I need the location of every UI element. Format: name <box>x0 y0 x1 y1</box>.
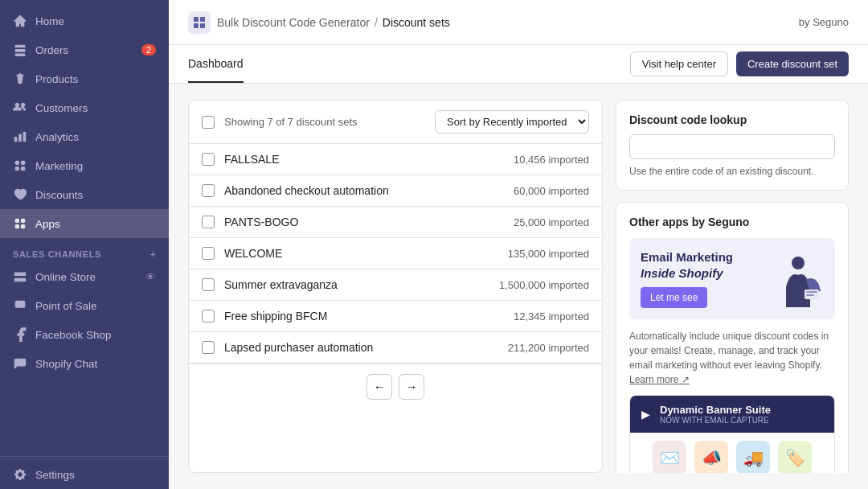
add-channel-btn[interactable]: + <box>150 250 156 259</box>
svg-rect-3 <box>194 23 199 28</box>
sidebar-item-home[interactable]: Home <box>0 6 169 35</box>
row-checkbox[interactable] <box>202 184 215 197</box>
banner-promo-header: ▶ Dynamic Banner Suite NOW WITH EMAIL CA… <box>630 396 834 433</box>
sidebar-item-apps[interactable]: Apps <box>0 209 169 238</box>
sidebar-item-customers-label: Customers <box>35 102 88 114</box>
discount-count: 12,345 imported <box>514 310 589 323</box>
subheader: Dashboard Visit help center Create disco… <box>169 45 868 84</box>
by-seguno-text: by Seguno <box>799 16 849 28</box>
svg-rect-4 <box>200 23 205 28</box>
discount-count: 10,456 imported <box>514 154 589 166</box>
discount-count: 60,000 imported <box>514 185 589 197</box>
showing-text: Showing 7 of 7 discount sets <box>224 116 358 128</box>
discount-name: Abandoned checkout automation <box>224 184 504 197</box>
sidebar-item-products-label: Products <box>35 73 78 85</box>
sidebar-item-settings[interactable]: Settings <box>0 460 169 489</box>
sort-select[interactable]: Sort by Recently imported Sort by Name S… <box>435 110 589 134</box>
svg-point-5 <box>792 257 805 269</box>
svg-rect-7 <box>806 291 817 293</box>
svg-rect-0 <box>15 301 26 308</box>
sidebar-item-pos[interactable]: Point of Sale <box>0 291 169 320</box>
visit-help-btn[interactable]: Visit help center <box>630 51 728 76</box>
email-promo-card[interactable]: Email Marketing Inside Shopify Let me se… <box>629 238 835 319</box>
banner-icons-row: ✉️ 📣 🚚 🏷️ <box>630 433 834 473</box>
sidebar-item-marketing-label: Marketing <box>35 160 83 172</box>
create-discount-btn[interactable]: Create discount set <box>736 51 849 76</box>
sidebar-item-shopify-chat[interactable]: Shopify Chat <box>0 349 169 378</box>
table-row[interactable]: PANTS-BOGO 25,000 imported <box>189 207 602 238</box>
other-apps-title: Other apps by Seguno <box>629 216 835 228</box>
row-checkbox[interactable] <box>202 216 215 228</box>
sidebar-item-analytics[interactable]: Analytics <box>0 122 169 151</box>
prev-page-btn[interactable]: ← <box>366 374 392 400</box>
sidebar-item-online-store[interactable]: Online Store 👁 <box>0 262 169 291</box>
right-sidebar: Discount code lookup Use the entire code… <box>616 100 849 473</box>
banner-icon-email: ✉️ <box>653 441 686 473</box>
sidebar-item-online-store-label: Online Store <box>35 271 96 283</box>
svg-rect-8 <box>806 294 814 296</box>
discount-name: PANTS-BOGO <box>224 216 504 228</box>
table-row[interactable]: Free shipping BFCM 12,345 imported <box>189 301 602 332</box>
email-promo-illustration <box>772 249 824 308</box>
sidebar-item-facebook[interactable]: Facebook Shop <box>0 320 169 349</box>
select-all-checkbox[interactable] <box>202 116 215 129</box>
email-promo-btn[interactable]: Let me see <box>641 287 707 308</box>
row-checkbox[interactable] <box>202 310 215 323</box>
other-apps-card: Other apps by Seguno Email Marketing Ins… <box>616 202 849 473</box>
row-checkbox[interactable] <box>202 153 215 166</box>
table-row[interactable]: FALLSALE 10,456 imported <box>189 144 602 175</box>
banner-icon-discount: 🏷️ <box>778 441 812 473</box>
discount-name: Summer extravaganza <box>224 278 489 291</box>
next-page-btn[interactable]: → <box>399 374 424 400</box>
sidebar-item-home-label: Home <box>35 15 64 27</box>
sidebar-item-orders[interactable]: Orders 2 <box>0 35 169 64</box>
email-learn-more[interactable]: Learn more ↗ <box>629 374 690 385</box>
pagination: ← → <box>189 364 602 409</box>
row-checkbox[interactable] <box>202 278 215 291</box>
table-row[interactable]: Abandoned checkout automation 60,000 imp… <box>189 175 602 207</box>
discount-count: 135,000 imported <box>508 248 589 260</box>
svg-rect-2 <box>200 17 205 22</box>
row-checkbox[interactable] <box>202 341 215 354</box>
content-area: Showing 7 of 7 discount sets Sort by Rec… <box>169 84 868 489</box>
sidebar-item-customers[interactable]: Customers <box>0 93 169 122</box>
discount-count: 1,500,000 imported <box>499 279 589 291</box>
sidebar-item-discounts[interactable]: Discounts <box>0 180 169 209</box>
app-icon <box>188 11 211 34</box>
table-row[interactable]: WELCOME 135,000 imported <box>189 238 602 269</box>
lookup-title: Discount code lookup <box>629 113 835 126</box>
orders-badge: 2 <box>141 44 156 55</box>
breadcrumb-link[interactable]: Bulk Discount Code Generator <box>217 16 370 29</box>
banner-subtitle: NOW WITH EMAIL CAPTURE <box>660 416 823 425</box>
sidebar-item-chat-label: Shopify Chat <box>35 358 97 370</box>
lookup-card: Discount code lookup Use the entire code… <box>616 100 849 191</box>
sidebar-item-facebook-label: Facebook Shop <box>35 329 112 341</box>
table-row[interactable]: Lapsed purchaser automation 211,200 impo… <box>189 332 602 364</box>
tab-dashboard[interactable]: Dashboard <box>188 46 244 83</box>
discount-table-panel: Showing 7 of 7 discount sets Sort by Rec… <box>188 100 603 473</box>
svg-rect-1 <box>194 17 199 22</box>
banner-icon-announce: 📣 <box>694 441 728 473</box>
banner-title-badge: ▶ <box>641 408 650 421</box>
visibility-icon[interactable]: 👁 <box>145 271 156 283</box>
sidebar-item-discounts-label: Discounts <box>35 189 83 201</box>
email-promo-title: Email Marketing Inside Shopify <box>641 249 764 281</box>
sidebar-item-marketing[interactable]: Marketing <box>0 151 169 180</box>
breadcrumb-current: Discount sets <box>383 16 450 29</box>
discount-count: 211,200 imported <box>508 342 589 354</box>
sidebar-item-settings-label: Settings <box>35 469 75 481</box>
table-row[interactable]: Summer extravaganza 1,500,000 imported <box>189 269 602 301</box>
email-promo-description: Automatically include unique discount co… <box>629 329 835 387</box>
discount-name: Lapsed purchaser automation <box>224 341 498 354</box>
lookup-hint: Use the entire code of an existing disco… <box>629 166 835 177</box>
subheader-actions: Visit help center Create discount set <box>630 51 849 76</box>
breadcrumb-separator: / <box>375 16 378 29</box>
sidebar-item-analytics-label: Analytics <box>35 131 79 143</box>
banner-promo-card[interactable]: ▶ Dynamic Banner Suite NOW WITH EMAIL CA… <box>629 395 835 473</box>
banner-icon-shipping: 🚚 <box>736 441 770 473</box>
sidebar-item-products[interactable]: Products <box>0 64 169 93</box>
lookup-input[interactable] <box>629 134 835 159</box>
row-checkbox[interactable] <box>202 247 215 260</box>
sidebar-item-orders-label: Orders <box>35 44 68 56</box>
sidebar: Home Orders 2 Products Customers Analyti… <box>0 0 169 489</box>
